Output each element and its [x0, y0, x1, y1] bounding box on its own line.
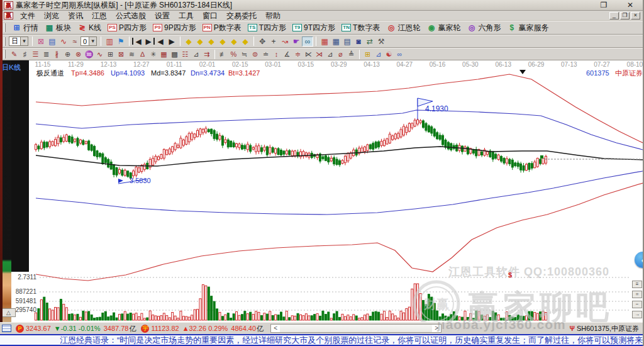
draw-tool-0-13-icon[interactable]: ✳ [148, 50, 158, 59]
chart-prev-page-icon[interactable]: ◀ [155, 36, 166, 47]
draw-tool-0-9-icon[interactable]: ⊞ [105, 50, 116, 59]
toolbar-button-winner-service[interactable]: $赢家服务 [504, 23, 552, 33]
menu-item-浏览[interactable]: 浏览 [40, 11, 64, 20]
toolbar-button-sectors[interactable]: ▦板块 [42, 23, 74, 33]
close-button[interactable]: ✕ [625, 1, 635, 9]
chart-next-page-icon[interactable]: ▶ [166, 36, 177, 47]
draw-tool-1-1-icon[interactable]: % [228, 50, 239, 59]
chart-save-icon[interactable]: ◙ [353, 36, 364, 47]
draw-tool-0-18-icon[interactable]: ⇉ [201, 50, 212, 59]
draw-tool-2-0-icon[interactable]: ⊞ [362, 50, 373, 59]
draw-tool-1-0-icon[interactable]: ≢ [218, 50, 228, 59]
toolbar-button-9p-square[interactable]: P99P四方形 [150, 23, 199, 33]
chart-flag-colors-icon[interactable]: ⚑ [115, 36, 126, 47]
chart-wave-1-icon[interactable]: ∿ [58, 36, 69, 47]
menu-item-工具[interactable]: 工具 [174, 11, 198, 20]
chart-pointer-tool-icon[interactable]: ☛ [291, 36, 302, 47]
menu-item-文件[interactable]: 文件 [16, 11, 40, 20]
draw-tool-1-6-icon[interactable]: ∡ [282, 50, 292, 59]
draw-tool-0-0-icon[interactable]: ✎ [9, 50, 19, 59]
toolbar-button-p-square[interactable]: PSP四方形 [104, 23, 150, 33]
chart-cycle-1-icon[interactable]: ◆ [183, 36, 194, 47]
restore-button[interactable]: ❐ [599, 1, 609, 9]
pane-split-button-4[interactable]: → [632, 311, 642, 318]
toolbar-button-winner-wheel[interactable]: ◉赢家轮 [423, 23, 464, 33]
chart-cycle-4-icon[interactable]: ◆ [217, 36, 228, 47]
draw-tool-0-2-icon[interactable]: ☰ [30, 50, 41, 59]
kline-chart-svg[interactable]: 2.7311887221591481295740江恩工具软件 QQ:100800… [0, 60, 644, 322]
chart-last-page-icon[interactable]: ▶ [143, 38, 155, 45]
toolbar-button-t-number-table[interactable]: TNT数字表 [338, 23, 383, 33]
chart-cycle-6-icon[interactable]: ◆ [240, 36, 251, 47]
pane-split-button-3[interactable]: − [632, 301, 642, 308]
toolbar-grip[interactable] [4, 23, 6, 32]
toolbar-grip[interactable] [4, 50, 6, 59]
chart-trendline-tool-icon[interactable]: ↝ [279, 36, 291, 47]
toolbar-button-kline[interactable]: ≷K线 [74, 23, 104, 33]
quote-table-icon[interactable] [2, 325, 11, 332]
draw-tool-0-10-icon[interactable]: ⊠ [116, 50, 126, 59]
draw-tool-1-12-icon[interactable]: ≜ [346, 50, 357, 59]
chart-calendar-icon[interactable]: ▦ [319, 36, 330, 47]
chart-zoom-tool-icon[interactable]: ∞ [302, 36, 313, 47]
chart-wave-2-icon[interactable]: ≈ [69, 36, 80, 47]
menu-item-窗口[interactable]: 窗口 [198, 11, 222, 20]
chart-close-view-icon[interactable]: ⊠ [35, 36, 47, 47]
chart-settings-icon[interactable]: ⚒ [375, 36, 387, 47]
toolbar-button-quotes[interactable]: ⊞行情 [9, 23, 42, 33]
chart-export-icon[interactable]: ⇄ [364, 36, 375, 47]
toolbar-button-9t-square[interactable]: T99T四方形 [289, 23, 338, 33]
draw-tool-1-4-icon[interactable]: ≐ [260, 50, 271, 59]
chart-candle-style-icon[interactable]: ▥ [104, 36, 115, 47]
mdi-minimize-button[interactable]: _ [609, 12, 619, 20]
chart-digit-selector[interactable]: 0▼ [80, 36, 97, 46]
menu-item-江恩[interactable]: 江恩 [87, 11, 111, 20]
draw-tool-1-7-icon[interactable]: ≑ [292, 50, 303, 59]
draw-tool-1-3-icon[interactable]: ⊜ [250, 50, 260, 59]
horizontal-scrollbar[interactable]: < > [270, 324, 441, 333]
chart-info-panel-icon[interactable]: ▤ [47, 36, 58, 47]
draw-tool-0-15-icon[interactable]: ▩ [169, 50, 180, 59]
draw-tool-0-16-icon[interactable]: ☷ [180, 50, 191, 59]
draw-tool-0-14-icon[interactable]: ▦ [158, 50, 169, 59]
draw-tool-0-4-icon[interactable]: ∦ [52, 50, 62, 59]
chart-cycle-5-icon[interactable]: ◆ [228, 36, 240, 47]
draw-tool-2-1-icon[interactable]: ⊿ [373, 50, 384, 59]
draw-tool-0-5-icon[interactable]: ⊕ [62, 50, 73, 59]
menu-item-帮助[interactable]: 帮助 [261, 11, 285, 20]
toolbar-button-t-square[interactable]: TST四方形 [245, 23, 289, 33]
corner-triangle-button[interactable]: △ [1, 308, 16, 317]
draw-tool-2-2-icon[interactable]: ☯ [384, 50, 394, 59]
chart-calculator-icon[interactable]: ▦ [330, 36, 341, 47]
current-stock-panel[interactable]: Ψ SH601375,中原证券 [570, 324, 643, 333]
draw-tool-1-2-icon[interactable]: ≒ [239, 50, 250, 59]
chart-cycle-3-icon[interactable]: ◆ [206, 36, 217, 47]
menu-item-交易委托[interactable]: 交易委托 [222, 11, 261, 20]
chart-crosshair-tool-icon[interactable]: + [268, 36, 279, 47]
toolbar-button-gann-wheel[interactable]: ◎江恩轮 [383, 23, 423, 33]
chart-first-page-icon[interactable]: ◀ [132, 38, 143, 45]
draw-tool-0-3-icon[interactable]: ≣ [41, 50, 52, 59]
pane-split-button-2[interactable]: = [632, 291, 642, 298]
menu-item-公式选股[interactable]: 公式选股 [111, 11, 150, 20]
toolbar-grip[interactable] [4, 37, 6, 46]
scroll-right-arrow[interactable]: > [432, 325, 441, 332]
draw-tool-0-1-icon[interactable]: ♯ [19, 50, 30, 59]
draw-tool-1-10-icon[interactable]: ⊿ [325, 50, 335, 59]
mdi-restore-button[interactable]: ❐ [620, 12, 630, 20]
chart-cycle-2-icon[interactable]: ◆ [194, 36, 206, 47]
draw-tool-0-17-icon[interactable]: ⊿ [191, 50, 201, 59]
chart-notepad-icon[interactable]: ▤ [341, 36, 353, 47]
chart-area[interactable]: 2.7311887221591481295740江恩工具软件 QQ:100800… [0, 60, 643, 322]
toolbar-button-p-number-table[interactable]: PNP数字表 [199, 23, 245, 33]
scroll-left-arrow[interactable]: < [271, 325, 280, 332]
draw-tool-0-8-icon[interactable]: ∿ [94, 50, 105, 59]
draw-tool-0-11-icon[interactable]: ≋ [126, 50, 137, 59]
draw-tool-1-5-icon[interactable]: ↕ [271, 50, 282, 59]
draw-tool-1-9-icon[interactable]: ⋊ [314, 50, 325, 59]
draw-tool-2-3-icon[interactable]: ∞ [394, 50, 405, 59]
draw-tool-1-11-icon[interactable]: ⌀ [335, 50, 346, 59]
menu-item-资讯[interactable]: 资讯 [64, 11, 87, 20]
chart-period-selector[interactable]: 日▼ [9, 36, 28, 46]
draw-tool-0-7-icon[interactable]: ♒ [84, 50, 94, 59]
